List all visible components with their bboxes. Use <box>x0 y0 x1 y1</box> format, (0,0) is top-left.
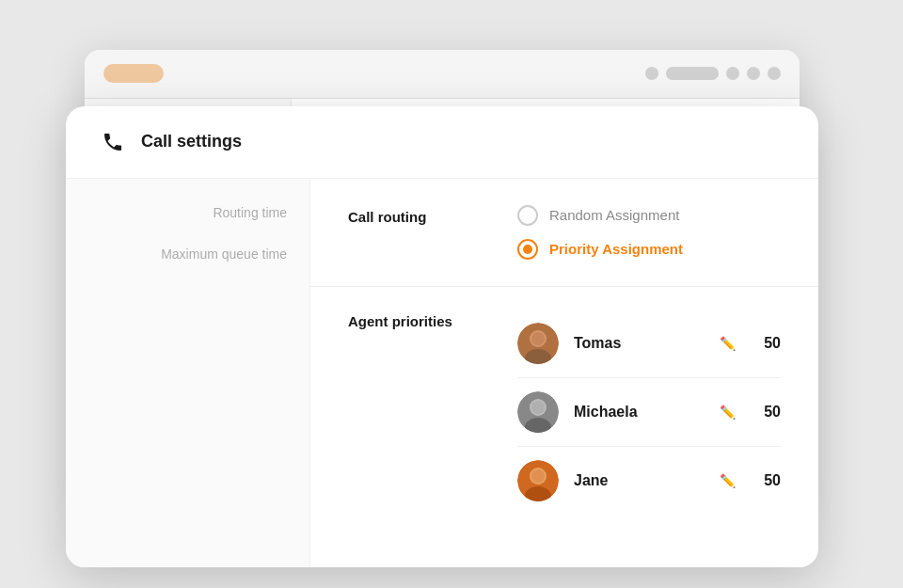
bg-dot-4 <box>768 67 781 80</box>
random-radio[interactable] <box>517 205 538 226</box>
avatar-michaela <box>517 391 559 433</box>
agent-name-michaela: Michaela <box>574 404 705 421</box>
agent-name-tomas: Tomas <box>574 335 705 352</box>
agent-list: Tomas ✏️ 50 <box>517 310 781 515</box>
content-area: Routing time Maximum queue time Call rou… <box>66 179 818 567</box>
call-routing-section: Call routing Random Assignment <box>310 179 818 287</box>
edit-icon-jane[interactable]: ✏️ <box>720 473 736 488</box>
agent-priority-michaela: 50 <box>758 404 781 421</box>
call-settings-header: Call settings <box>66 106 818 179</box>
bg-dot-1 <box>645 67 658 80</box>
agent-priorities-label: Agent priorities <box>348 310 480 329</box>
avatar-tomas <box>517 323 559 364</box>
call-settings-title: Call settings <box>141 132 242 151</box>
random-assignment-option[interactable]: Random Assignment <box>517 205 781 226</box>
priority-radio[interactable] <box>517 239 538 260</box>
call-routing-label: Call routing <box>348 205 480 225</box>
priority-radio-inner <box>523 245 532 254</box>
agent-priority-tomas: 50 <box>758 335 781 352</box>
agent-priority-jane: 50 <box>758 472 781 489</box>
random-label: Random Assignment <box>549 207 679 223</box>
agent-priorities-section: Agent priorities <box>310 287 818 537</box>
svg-point-11 <box>531 469 545 483</box>
bg-dots <box>645 67 781 80</box>
call-routing-options: Random Assignment Priority Assignment <box>517 205 781 260</box>
scene: Call settings Routing time Maximum queue… <box>66 50 837 539</box>
priority-assignment-option[interactable]: Priority Assignment <box>517 239 781 260</box>
bg-titlebar <box>85 50 800 99</box>
left-panel: Routing time Maximum queue time <box>66 179 310 567</box>
agent-priorities-row: Agent priorities <box>348 310 781 515</box>
right-panel: Call routing Random Assignment <box>310 179 818 567</box>
bg-pill <box>103 64 164 83</box>
edit-icon-tomas[interactable]: ✏️ <box>720 336 736 351</box>
priority-label: Priority Assignment <box>549 241 683 257</box>
routing-time-label: Routing time <box>88 205 287 220</box>
call-routing-row: Call routing Random Assignment <box>348 205 781 260</box>
agent-item-tomas: Tomas ✏️ 50 <box>517 310 781 378</box>
agent-name-jane: Jane <box>574 472 705 489</box>
max-queue-time-label: Maximum queue time <box>88 246 287 262</box>
agent-item-jane: Jane ✏️ 50 <box>517 447 781 515</box>
edit-icon-michaela[interactable]: ✏️ <box>720 405 736 420</box>
agent-item-michaela: Michaela ✏️ 50 <box>517 378 781 447</box>
bg-dot-wide <box>666 67 719 80</box>
avatar-jane <box>517 460 559 501</box>
main-window: Call settings Routing time Maximum queue… <box>66 106 818 567</box>
bg-dot-2 <box>726 67 739 80</box>
svg-point-3 <box>531 332 545 345</box>
phone-icon <box>96 125 130 159</box>
svg-point-7 <box>531 401 545 414</box>
bg-dot-3 <box>747 67 760 80</box>
